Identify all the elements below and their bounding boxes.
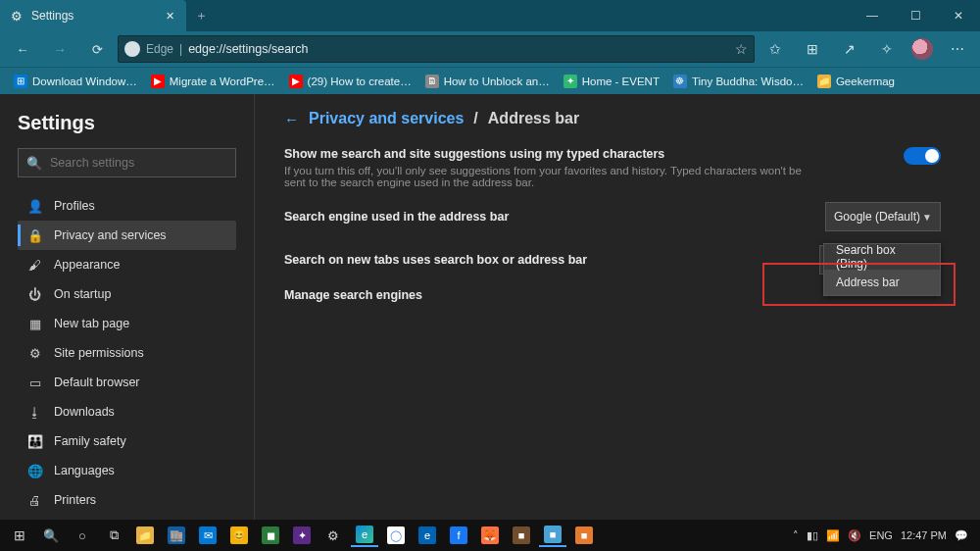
tab-close-icon[interactable]: ✕ [163,9,176,23]
bookmark-item[interactable]: ✦Home - EVENT [558,73,665,90]
breadcrumb-back-icon[interactable]: ← [284,111,299,127]
sidebar-title: Settings [18,112,236,134]
sidebar-item-label: On startup [54,287,111,301]
more-menu-button[interactable]: ⋯ [941,34,974,64]
taskbar-edge[interactable]: e [351,524,378,547]
tray-battery-icon[interactable]: ▮▯ [807,529,818,542]
taskbar-facebook[interactable]: f [445,524,472,547]
settings-search-input[interactable] [50,156,227,170]
new-tab-button[interactable]: ＋ [186,0,216,31]
sidebar-item-icon: 🔒 [27,228,42,243]
bookmark-item[interactable]: ☸Tiny Buddha: Wisdo… [667,73,809,90]
tray-notifications-icon[interactable]: 💬 [955,529,968,542]
favorites-button[interactable]: ✩ [759,34,792,64]
sidebar-item[interactable]: 🖌Appearance [18,250,236,279]
nav-refresh-button[interactable]: ⟳ [80,34,114,64]
titlebar: ⚙ Settings ✕ ＋ — ☐ ✕ [0,0,980,31]
sidebar-item-label: Family safety [54,434,126,448]
nav-forward-button[interactable]: → [43,34,76,64]
setting-search-engine: Search engine used in the address bar Go… [284,202,941,231]
share-button[interactable]: ↗ [833,34,866,64]
sidebar-item[interactable]: ⏻On startup [18,279,236,309]
task-view-button[interactable]: ⧉ [100,524,127,547]
taskbar-chrome[interactable]: ◯ [382,524,410,547]
browser-tab[interactable]: ⚙ Settings ✕ [0,0,186,31]
sidebar-item[interactable]: ▭Default browser [18,368,236,397]
bookmark-label: Migrate a WordPre… [170,75,275,87]
sidebar-item-icon: 🌐 [27,464,42,478]
sidebar-item-label: New tab page [54,317,129,330]
dropdown-option[interactable]: Search box (Bing) [824,244,940,270]
bookmark-item[interactable]: ▶Migrate a WordPre… [145,73,281,90]
sidebar-item-label: Downloads [54,405,115,419]
tray-volume-icon[interactable]: 🔇 [848,529,861,542]
sidebar-item[interactable]: ▦New tab page [18,309,236,338]
bookmark-favicon: ▶ [151,75,165,88]
taskbar-app[interactable]: ◼ [257,524,284,547]
collections-button[interactable]: ⊞ [796,34,829,64]
bookmark-item[interactable]: ⊞Download Window… [8,73,143,90]
settings-nav-list: 👤Profiles🔒Privacy and services🖌Appearanc… [18,191,236,520]
system-tray[interactable]: ˄ ▮▯ 📶 🔇 ENG 12:47 PM 💬 [793,529,974,542]
tray-lang[interactable]: ENG [869,529,893,541]
sidebar-item[interactable]: 🔒Privacy and services [18,221,236,250]
taskbar-app[interactable]: ■ [508,524,535,547]
sidebar-item-label: Printers [54,493,96,507]
favorite-star-icon[interactable]: ☆ [735,41,748,57]
setting-label: Show me search and site suggestions usin… [284,147,884,161]
breadcrumb-sep: / [473,110,477,127]
sidebar-item[interactable]: 🌐Languages [18,456,236,485]
sidebar-item-icon: 👤 [27,199,42,214]
sidebar-item[interactable]: 🖨Printers [18,485,236,515]
taskbar-edge-legacy[interactable]: e [414,524,441,547]
taskbar-app[interactable]: ✉ [194,524,221,547]
tray-chevron-icon[interactable]: ˄ [793,529,799,542]
bookmark-label: Download Window… [32,75,137,87]
bookmark-favicon: ☸ [673,75,687,88]
sidebar-item[interactable]: 👤Profiles [18,191,236,221]
settings-content: Settings 🔍 👤Profiles🔒Privacy and service… [0,94,980,520]
taskbar-firefox[interactable]: 🦊 [476,524,504,547]
settings-search[interactable]: 🔍 [18,148,236,177]
edge-icon [124,41,140,57]
sidebar-item-label: Profiles [54,199,95,213]
bookmark-label: Geekermag [836,75,895,87]
dropdown-option[interactable]: Address bar [824,270,940,295]
extensions-button[interactable]: ✧ [870,34,904,64]
sidebar-item-icon: 🖌 [27,258,42,273]
sidebar-item[interactable]: 👪Family safety [18,426,236,456]
window-close[interactable]: ✕ [937,0,980,31]
search-engine-dropdown[interactable]: Google (Default) ▼ [825,202,941,231]
profile-avatar[interactable] [907,38,937,60]
sidebar-item-icon: ⚙ [27,346,42,361]
address-bar[interactable]: Edge | edge://settings/search ☆ [118,35,755,63]
nav-back-button[interactable]: ← [6,34,39,64]
breadcrumb-link[interactable]: Privacy and services [309,110,464,127]
taskbar-app[interactable]: ■ [570,524,598,547]
newtab-search-dropdown-popup: Search box (Bing) Address bar [823,243,941,296]
window-maximize[interactable]: ☐ [894,0,937,31]
start-button[interactable]: ⊞ [6,524,33,547]
tray-wifi-icon[interactable]: 📶 [826,529,840,542]
taskbar-app[interactable]: 🏬 [163,524,190,547]
taskbar-app[interactable]: 📁 [131,524,159,547]
bookmark-favicon: ⊞ [14,75,27,88]
taskbar-app[interactable]: ■ [539,524,566,547]
bookmark-item[interactable]: ▶(29) How to create… [283,73,417,90]
sidebar-item-icon: ⏻ [27,287,42,302]
show-suggestions-toggle[interactable] [904,147,941,165]
taskbar-app[interactable]: ⚙ [319,524,347,547]
sidebar-item[interactable]: ⚙Site permissions [18,338,236,368]
sidebar-item[interactable]: ⭳Downloads [18,397,236,426]
bookmark-item[interactable]: 📁Geekermag [811,73,901,90]
taskbar-search[interactable]: 🔍 [37,524,65,547]
cortana-button[interactable]: ○ [69,524,96,547]
window-minimize[interactable]: — [851,0,894,31]
tray-clock[interactable]: 12:47 PM [901,529,947,541]
search-icon: 🔍 [26,156,42,171]
bookmark-item[interactable]: 🗎How to Unblock an… [419,73,556,90]
sidebar-item-label: Languages [54,464,115,477]
taskbar-app[interactable]: ✦ [288,524,316,547]
taskbar-app[interactable]: 😊 [225,524,253,547]
sidebar-item-label: Privacy and services [54,228,167,242]
